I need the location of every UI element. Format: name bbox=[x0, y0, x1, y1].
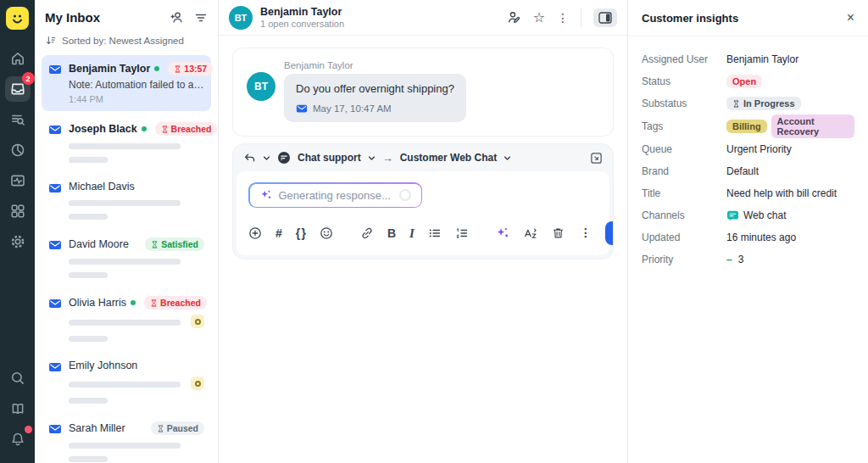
italic-icon[interactable]: I bbox=[409, 226, 415, 241]
home-icon[interactable] bbox=[5, 46, 31, 71]
mail-icon bbox=[48, 297, 62, 342]
divider bbox=[581, 8, 581, 27]
global-search-icon[interactable] bbox=[5, 365, 31, 391]
settings-gear-icon[interactable] bbox=[5, 229, 31, 254]
conversation-name: Emily Johnson bbox=[69, 360, 137, 371]
rephrase-icon[interactable] bbox=[523, 226, 537, 241]
insight-row-assigned-user: Assigned User Benjamin Taylor bbox=[642, 48, 854, 70]
ai-generating-pill: Generating response... bbox=[248, 182, 422, 208]
close-icon[interactable]: × bbox=[847, 11, 854, 25]
bullet-list-icon[interactable] bbox=[428, 226, 442, 241]
mail-icon bbox=[48, 238, 62, 278]
sla-paused-badge: Paused bbox=[151, 421, 204, 435]
text-placeholder bbox=[69, 200, 181, 206]
sort-control[interactable]: Sorted by: Newest Assigned bbox=[35, 31, 218, 55]
insight-row-title: Title Need help with bill credit bbox=[642, 182, 854, 204]
text-placeholder bbox=[69, 143, 181, 149]
hourglass-icon bbox=[161, 125, 169, 134]
text-placeholder bbox=[69, 398, 108, 404]
reply-mode-chevron-icon[interactable] bbox=[263, 154, 270, 162]
sla-breached-badge: Breached bbox=[144, 296, 207, 310]
tag-insert-icon[interactable]: # bbox=[275, 226, 282, 241]
numbered-list-icon[interactable] bbox=[455, 226, 469, 241]
star-icon[interactable]: ☆ bbox=[533, 11, 545, 25]
expand-composer-icon[interactable] bbox=[590, 152, 603, 165]
online-dot bbox=[131, 300, 136, 305]
message-card: BT Benjamin Taylor Do you offer overnigh… bbox=[232, 47, 614, 137]
insight-row-brand: Brand Default bbox=[642, 160, 854, 182]
conversation-note: Note: Automation failed to assign... bbox=[69, 79, 204, 91]
help-docs-icon[interactable] bbox=[5, 396, 31, 421]
trash-icon[interactable] bbox=[551, 226, 566, 241]
arrow-right-icon: → bbox=[382, 152, 393, 165]
mail-icon bbox=[48, 360, 62, 404]
add-attachment-icon[interactable] bbox=[248, 226, 262, 241]
inbox-unread-badge: 2 bbox=[22, 72, 35, 85]
sorted-by-label: Sorted by: Newest Assigned bbox=[62, 36, 184, 46]
conversation-name: Joseph Black bbox=[69, 123, 137, 135]
reply-icon[interactable] bbox=[243, 152, 256, 165]
channel-selector[interactable]: Chat support bbox=[298, 152, 361, 164]
insight-row-priority: Priority –3 bbox=[642, 248, 854, 271]
generating-label: Generating response... bbox=[279, 189, 391, 202]
insight-row-status: Status Open bbox=[642, 70, 854, 92]
mail-icon bbox=[48, 123, 62, 163]
list-item[interactable]: Michael Davis bbox=[42, 174, 211, 226]
text-placeholder bbox=[69, 320, 181, 326]
list-item[interactable]: Emily Johnson bbox=[42, 353, 211, 410]
toggle-sidebar-icon[interactable] bbox=[593, 8, 617, 27]
conversation-search-icon[interactable] bbox=[5, 107, 31, 132]
hourglass-icon bbox=[150, 298, 158, 308]
mail-icon bbox=[48, 422, 62, 462]
variables-icon[interactable]: { } bbox=[296, 226, 306, 241]
notifications-bell-icon[interactable] bbox=[5, 427, 31, 452]
message-bubble: Do you offer overnight shipping? May 17,… bbox=[284, 74, 466, 122]
hourglass-icon bbox=[174, 64, 181, 74]
filter-icon[interactable] bbox=[194, 11, 208, 25]
list-item[interactable]: Sarah Miller Paused bbox=[42, 415, 211, 463]
automations-icon[interactable] bbox=[5, 168, 31, 193]
conversation-name: Michael Davis bbox=[69, 181, 135, 192]
priority-dash-icon: – bbox=[726, 254, 732, 265]
inbox-nav-icon[interactable]: 2 bbox=[5, 76, 31, 102]
send-button[interactable]: Send bbox=[605, 221, 614, 245]
conversation-name: Olivia Harris bbox=[69, 297, 126, 309]
text-placeholder bbox=[69, 272, 108, 278]
insight-row-tags: Tags Billing Account Recovery bbox=[642, 114, 854, 138]
substatus-badge: In Progress bbox=[726, 97, 801, 110]
emoji-icon[interactable] bbox=[320, 226, 333, 241]
mail-icon bbox=[48, 181, 62, 220]
link-icon[interactable] bbox=[360, 226, 374, 241]
avatar: BT bbox=[229, 6, 253, 30]
message-text: Do you offer overnight shipping? bbox=[296, 82, 454, 95]
list-item[interactable]: David Moore Satisfied bbox=[42, 231, 211, 285]
yellow-token-icon bbox=[191, 315, 204, 328]
inbox-panel: My Inbox Sorted by: Newest Assigned Benj… bbox=[35, 0, 219, 463]
hourglass-icon bbox=[151, 240, 159, 249]
list-item[interactable]: Benjamin Taylor 13:57 Note: Automation f… bbox=[42, 55, 211, 111]
composer-input-area[interactable]: Generating response... # { } bbox=[236, 171, 609, 255]
text-placeholder bbox=[69, 443, 181, 449]
text-placeholder bbox=[69, 214, 108, 220]
statistics-icon[interactable] bbox=[5, 137, 31, 163]
kebab-menu-icon[interactable]: ⋮ bbox=[578, 226, 593, 241]
apps-grid-icon[interactable] bbox=[5, 198, 31, 224]
yellow-token-icon bbox=[191, 377, 204, 390]
add-teammate-icon[interactable] bbox=[170, 10, 184, 25]
destination-selector[interactable]: Customer Web Chat bbox=[400, 152, 497, 164]
chevron-down-icon[interactable] bbox=[368, 154, 376, 162]
assign-agent-icon[interactable] bbox=[507, 10, 521, 25]
nav-rail: 2 bbox=[0, 0, 35, 463]
kebab-menu-icon[interactable]: ⋮ bbox=[557, 12, 569, 24]
online-dot bbox=[154, 66, 159, 71]
chevron-down-icon[interactable] bbox=[504, 154, 511, 162]
text-placeholder bbox=[69, 336, 108, 342]
sla-timer-badge: 13:57 bbox=[168, 62, 213, 75]
web-chat-icon bbox=[726, 209, 739, 222]
list-item[interactable]: Joseph Black Breached bbox=[42, 115, 211, 170]
reply-composer: Chat support → Customer Web Chat bbox=[232, 143, 614, 259]
ai-assist-icon[interactable] bbox=[496, 226, 509, 241]
gorgias-logo-icon[interactable] bbox=[6, 7, 29, 30]
list-item[interactable]: Olivia Harris Breached bbox=[42, 289, 211, 349]
bold-icon[interactable]: B bbox=[387, 226, 396, 241]
